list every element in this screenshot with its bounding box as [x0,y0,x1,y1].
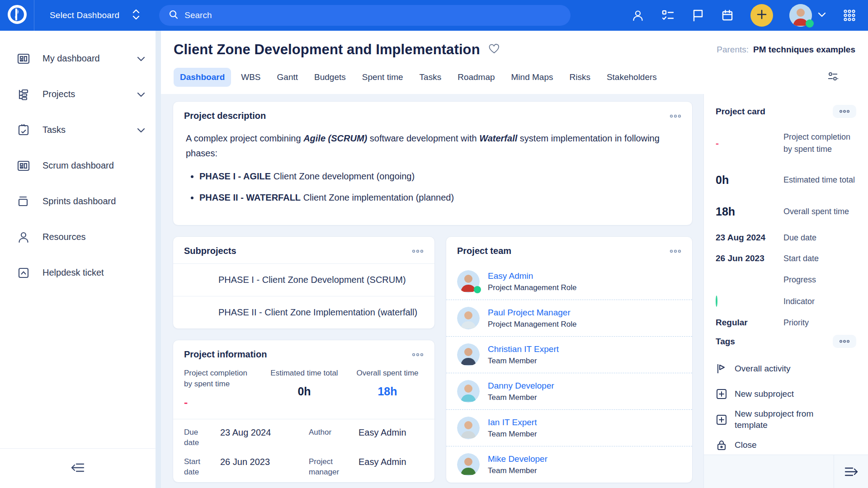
sidebar-item-scrum-dashboard[interactable]: Scrum dashboard [0,148,161,183]
member-name-link[interactable]: Christian IT Expert [488,344,559,354]
avatar [457,307,480,329]
member-role: Team Member [488,430,537,439]
checklist-icon[interactable] [661,9,675,22]
tab-stakeholders[interactable]: Stakeholders [600,68,663,87]
app-logo[interactable] [0,0,34,31]
sidebar-item-label: Helpdesk ticket [42,267,146,278]
tab-gantt[interactable]: Gantt [271,68,304,87]
description-bullet: PHASE II - WATERFALL Client Zone impleme… [199,190,679,205]
sidebar-scrollbar[interactable] [156,31,161,488]
breadcrumb: Parents: PM techniques examples [717,45,855,55]
project-description-text: A complex project combining Agile (SCRUM… [173,128,692,225]
tab-dashboard[interactable]: Dashboard [174,68,231,87]
subproject-link[interactable]: PHASE I - Client Zone Development (SCRUM… [173,264,434,296]
description-text: A complex project combining [186,133,303,143]
plus-square-icon [716,388,727,400]
stat-value-completion: - [184,396,257,409]
card-title: Project team [457,246,511,256]
heart-icon[interactable] [488,43,500,56]
subproject-link[interactable]: PHASE II - Client Zone Implementation (w… [173,296,434,328]
field-indicator: Indicator [716,291,856,312]
new-subproject-from-template-button[interactable]: New subproject from template [716,408,856,431]
flag-icon[interactable] [691,9,704,22]
online-status-dot [806,19,814,28]
member-name-link[interactable]: Danny Developer [488,381,554,391]
search-bar[interactable] [159,5,571,26]
page-title: Client Zone Development and Implementati… [174,42,480,58]
sidebar-item-resources[interactable]: Resources [0,219,161,255]
overall-activity-button[interactable]: Overall activity [716,358,856,380]
kebab-menu-icon[interactable] [833,335,856,348]
description-bullet: PHASE I - AGILE Client Zone development … [199,169,679,184]
card-title: Subprojects [184,246,236,256]
collapse-panel-icon[interactable] [834,455,868,488]
project-team-card: Project team Easy Admin Project Ma [446,236,693,483]
projects-tree-icon [16,87,31,102]
subprojects-card: Subprojects PHASE I - Client Zone Develo… [173,236,435,329]
field-label: Project completion by spent time [783,131,856,155]
tab-spent-time[interactable]: Spent time [356,68,410,87]
tab-risks[interactable]: Risks [563,68,596,87]
detail-label: Due date [184,427,212,448]
tags-label: Tags [716,337,735,347]
member-role: Project Management Role [488,283,577,292]
sidebar-item-projects[interactable]: Projects [0,76,161,112]
team-member-row: Danny Developer Team Member [446,373,692,409]
field-completion: - Project completion by spent time [716,122,856,164]
kebab-menu-icon[interactable] [412,352,424,357]
filter-sliders-icon[interactable] [826,70,839,84]
member-name-link[interactable]: Mike Developer [488,454,547,464]
user-menu[interactable] [789,4,826,27]
collapse-sidebar-icon[interactable] [70,461,85,476]
field-value: 0h [716,174,783,187]
action-label: New subproject [735,389,794,400]
action-label: Close [735,440,757,451]
dashboard-icon [16,52,31,66]
dashboard-widgets: Project description A complex project co… [161,94,703,488]
close-project-button[interactable]: Close [716,434,856,456]
parents-link[interactable]: PM techniques examples [753,45,855,55]
plus-square-icon [716,414,727,426]
field-start-date: 26 Jun 2023 Start date [716,248,856,269]
field-value: 23 Aug 2024 [716,233,783,243]
detail-label: Project manager [309,457,350,478]
search-input[interactable] [184,10,561,20]
add-button[interactable] [750,4,773,27]
sidebar-item-helpdesk-ticket[interactable]: Helpdesk ticket [0,255,161,291]
calendar-icon[interactable] [721,9,734,22]
sidebar: My dashboard Projects Tasks [0,31,161,488]
tab-budgets[interactable]: Budgets [308,68,352,87]
profile-icon[interactable] [631,9,645,22]
member-name-link[interactable]: Easy Admin [488,271,577,281]
description-text-em: Waterfall [479,133,517,143]
team-member-row: Paul Project Manager Project Management … [446,300,692,336]
field-label: Progress [783,274,816,286]
sidebar-item-sprints-dashboard[interactable]: Sprints dashboard [0,183,161,219]
field-due-date: 23 Aug 2024 Due date [716,227,856,248]
member-name-link[interactable]: Ian IT Expert [488,418,537,427]
search-icon [168,9,179,22]
tab-wbs[interactable]: WBS [235,68,267,87]
stat-value-spent: 18h [351,385,424,398]
kebab-menu-icon[interactable] [412,249,424,253]
field-estimated-time: 0h Estimated time total [716,164,856,196]
sidebar-item-label: Tasks [42,125,125,135]
avatar [457,343,480,366]
kebab-menu-icon[interactable] [833,105,856,118]
tab-mind-maps[interactable]: Mind Maps [505,68,560,87]
apps-grid-icon[interactable] [843,9,856,22]
action-label: New subproject from template [735,408,839,431]
new-subproject-button[interactable]: New subproject [716,383,856,405]
tab-tasks[interactable]: Tasks [413,68,448,87]
tab-roadmap[interactable]: Roadmap [451,68,501,87]
card-title: Project description [184,111,266,121]
sidebar-item-tasks[interactable]: Tasks [0,112,161,148]
sidebar-item-my-dashboard[interactable]: My dashboard [0,41,161,76]
kebab-menu-icon[interactable] [670,249,681,253]
field-label: Estimated time total [783,174,855,186]
member-role: Team Member [488,357,559,366]
kebab-menu-icon[interactable] [670,114,681,118]
chevron-down-icon [137,56,146,61]
select-dashboard-dropdown[interactable]: Select Dashboard [34,8,156,23]
member-name-link[interactable]: Paul Project Manager [488,308,577,318]
